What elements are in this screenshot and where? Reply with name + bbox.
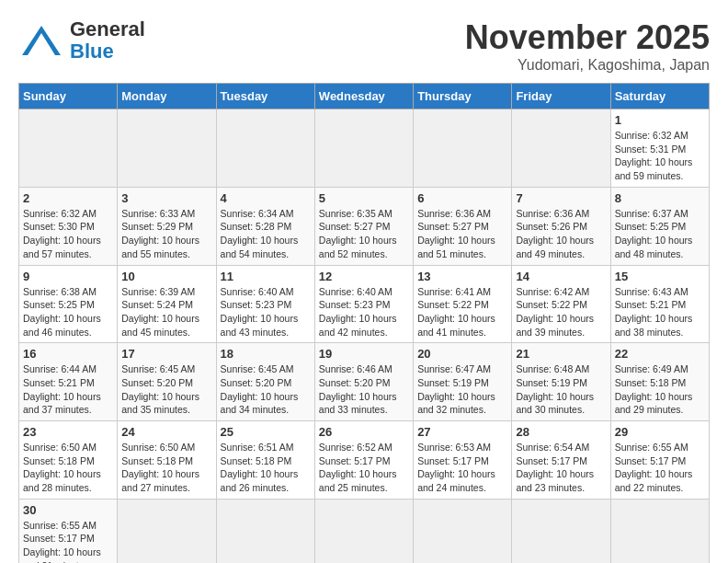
- day-info: Sunrise: 6:43 AM Sunset: 5:21 PM Dayligh…: [615, 285, 705, 339]
- day-number: 22: [615, 347, 705, 361]
- day-info: Sunrise: 6:46 AM Sunset: 5:20 PM Dayligh…: [319, 362, 409, 417]
- day-info: Sunrise: 6:49 AM Sunset: 5:18 PM Dayligh…: [615, 362, 705, 417]
- day-number: 24: [121, 425, 211, 439]
- day-number: 25: [221, 425, 311, 439]
- day-number: 19: [319, 347, 409, 361]
- calendar-cell: 18Sunrise: 6:45 AM Sunset: 5:20 PM Dayli…: [216, 343, 314, 421]
- day-info: Sunrise: 6:48 AM Sunset: 5:19 PM Dayligh…: [516, 362, 606, 417]
- calendar-cell: [414, 109, 512, 188]
- calendar-cell: 19Sunrise: 6:46 AM Sunset: 5:20 PM Dayli…: [314, 343, 413, 421]
- day-info: Sunrise: 6:39 AM Sunset: 5:24 PM Dayligh…: [121, 285, 211, 339]
- day-number: 4: [221, 191, 311, 205]
- day-info: Sunrise: 6:32 AM Sunset: 5:30 PM Dayligh…: [23, 207, 113, 261]
- calendar-cell: 8Sunrise: 6:37 AM Sunset: 5:25 PM Daylig…: [610, 187, 709, 265]
- title-area: November 2025 Yudomari, Kagoshima, Japan: [465, 18, 710, 74]
- day-number: 12: [319, 270, 409, 283]
- calendar-cell: [216, 499, 314, 563]
- calendar-cell: 23Sunrise: 6:50 AM Sunset: 5:18 PM Dayli…: [19, 421, 118, 500]
- calendar-week-row: 30Sunrise: 6:55 AM Sunset: 5:17 PM Dayli…: [19, 499, 710, 563]
- page-header: General Blue November 2025 Yudomari, Kag…: [18, 18, 710, 74]
- calendar-cell: 5Sunrise: 6:35 AM Sunset: 5:27 PM Daylig…: [314, 187, 413, 265]
- calendar-cell: [118, 109, 216, 188]
- calendar-cell: 27Sunrise: 6:53 AM Sunset: 5:17 PM Dayli…: [414, 421, 512, 500]
- calendar-cell: [314, 109, 413, 188]
- calendar-cell: 24Sunrise: 6:50 AM Sunset: 5:18 PM Dayli…: [118, 421, 216, 500]
- day-number: 20: [417, 347, 507, 361]
- day-info: Sunrise: 6:47 AM Sunset: 5:19 PM Dayligh…: [417, 362, 507, 417]
- day-info: Sunrise: 6:52 AM Sunset: 5:17 PM Dayligh…: [319, 441, 409, 495]
- calendar-cell: 10Sunrise: 6:39 AM Sunset: 5:24 PM Dayli…: [118, 265, 216, 343]
- calendar-cell: 6Sunrise: 6:36 AM Sunset: 5:27 PM Daylig…: [414, 187, 512, 265]
- day-number: 27: [417, 425, 507, 439]
- calendar-cell: 20Sunrise: 6:47 AM Sunset: 5:19 PM Dayli…: [414, 343, 512, 421]
- calendar-cell: 29Sunrise: 6:55 AM Sunset: 5:17 PM Dayli…: [610, 421, 709, 500]
- calendar-cell: [118, 499, 216, 563]
- day-header-thursday: Thursday: [414, 84, 512, 109]
- day-number: 29: [615, 425, 705, 439]
- day-header-wednesday: Wednesday: [314, 84, 413, 109]
- calendar-cell: 4Sunrise: 6:34 AM Sunset: 5:28 PM Daylig…: [216, 187, 314, 265]
- day-info: Sunrise: 6:37 AM Sunset: 5:25 PM Dayligh…: [615, 207, 705, 261]
- calendar-week-row: 1Sunrise: 6:32 AM Sunset: 5:31 PM Daylig…: [19, 109, 710, 188]
- calendar-cell: 21Sunrise: 6:48 AM Sunset: 5:19 PM Dayli…: [512, 343, 610, 421]
- day-info: Sunrise: 6:45 AM Sunset: 5:20 PM Dayligh…: [221, 362, 311, 417]
- day-info: Sunrise: 6:34 AM Sunset: 5:28 PM Dayligh…: [221, 207, 311, 261]
- day-info: Sunrise: 6:50 AM Sunset: 5:18 PM Dayligh…: [23, 441, 113, 495]
- day-info: Sunrise: 6:50 AM Sunset: 5:18 PM Dayligh…: [121, 441, 211, 495]
- calendar-cell: [216, 109, 314, 188]
- day-header-tuesday: Tuesday: [216, 84, 314, 109]
- day-info: Sunrise: 6:55 AM Sunset: 5:17 PM Dayligh…: [23, 519, 113, 563]
- calendar-cell: 12Sunrise: 6:40 AM Sunset: 5:23 PM Dayli…: [314, 265, 413, 343]
- calendar-cell: 16Sunrise: 6:44 AM Sunset: 5:21 PM Dayli…: [19, 343, 118, 421]
- calendar-cell: [512, 109, 610, 188]
- day-header-saturday: Saturday: [610, 84, 709, 109]
- calendar-cell: [414, 499, 512, 563]
- day-info: Sunrise: 6:40 AM Sunset: 5:23 PM Dayligh…: [319, 285, 409, 339]
- day-number: 13: [417, 270, 507, 283]
- calendar-cell: 11Sunrise: 6:40 AM Sunset: 5:23 PM Dayli…: [216, 265, 314, 343]
- day-info: Sunrise: 6:41 AM Sunset: 5:22 PM Dayligh…: [417, 285, 507, 339]
- calendar-cell: 14Sunrise: 6:42 AM Sunset: 5:22 PM Dayli…: [512, 265, 610, 343]
- day-number: 17: [121, 347, 211, 361]
- logo: General Blue: [18, 18, 145, 63]
- day-number: 28: [516, 425, 606, 439]
- day-info: Sunrise: 6:42 AM Sunset: 5:22 PM Dayligh…: [516, 285, 606, 339]
- calendar-cell: [610, 499, 709, 563]
- day-number: 11: [221, 270, 311, 283]
- day-number: 23: [23, 425, 113, 439]
- logo-general-text: General: [70, 18, 145, 40]
- day-number: 18: [221, 347, 311, 361]
- day-header-sunday: Sunday: [19, 84, 118, 109]
- calendar-cell: [314, 499, 413, 563]
- day-info: Sunrise: 6:55 AM Sunset: 5:17 PM Dayligh…: [615, 441, 705, 495]
- day-info: Sunrise: 6:51 AM Sunset: 5:18 PM Dayligh…: [221, 441, 311, 495]
- day-header-monday: Monday: [118, 84, 216, 109]
- calendar-cell: 7Sunrise: 6:36 AM Sunset: 5:26 PM Daylig…: [512, 187, 610, 265]
- day-number: 26: [319, 425, 409, 439]
- calendar-table: SundayMondayTuesdayWednesdayThursdayFrid…: [18, 83, 710, 563]
- calendar-cell: 2Sunrise: 6:32 AM Sunset: 5:30 PM Daylig…: [19, 187, 118, 265]
- day-info: Sunrise: 6:36 AM Sunset: 5:27 PM Dayligh…: [417, 207, 507, 261]
- day-info: Sunrise: 6:38 AM Sunset: 5:25 PM Dayligh…: [23, 285, 113, 339]
- calendar-cell: 9Sunrise: 6:38 AM Sunset: 5:25 PM Daylig…: [19, 265, 118, 343]
- day-number: 6: [417, 191, 507, 205]
- day-number: 16: [23, 347, 113, 361]
- calendar-cell: 17Sunrise: 6:45 AM Sunset: 5:20 PM Dayli…: [118, 343, 216, 421]
- calendar-cell: 1Sunrise: 6:32 AM Sunset: 5:31 PM Daylig…: [610, 109, 709, 188]
- location-text: Yudomari, Kagoshima, Japan: [465, 57, 710, 74]
- calendar-cell: [19, 109, 118, 188]
- day-info: Sunrise: 6:32 AM Sunset: 5:31 PM Dayligh…: [615, 129, 705, 183]
- calendar-cell: 25Sunrise: 6:51 AM Sunset: 5:18 PM Dayli…: [216, 421, 314, 500]
- calendar-cell: 13Sunrise: 6:41 AM Sunset: 5:22 PM Dayli…: [414, 265, 512, 343]
- calendar-cell: 28Sunrise: 6:54 AM Sunset: 5:17 PM Dayli…: [512, 421, 610, 500]
- day-info: Sunrise: 6:54 AM Sunset: 5:17 PM Dayligh…: [516, 441, 606, 495]
- day-info: Sunrise: 6:44 AM Sunset: 5:21 PM Dayligh…: [23, 362, 113, 417]
- day-number: 14: [516, 270, 606, 283]
- day-number: 7: [516, 191, 606, 205]
- month-title: November 2025: [465, 18, 710, 57]
- day-header-friday: Friday: [512, 84, 610, 109]
- calendar-cell: 15Sunrise: 6:43 AM Sunset: 5:21 PM Dayli…: [610, 265, 709, 343]
- day-number: 5: [319, 191, 409, 205]
- day-number: 21: [516, 347, 606, 361]
- calendar-week-row: 23Sunrise: 6:50 AM Sunset: 5:18 PM Dayli…: [19, 421, 710, 500]
